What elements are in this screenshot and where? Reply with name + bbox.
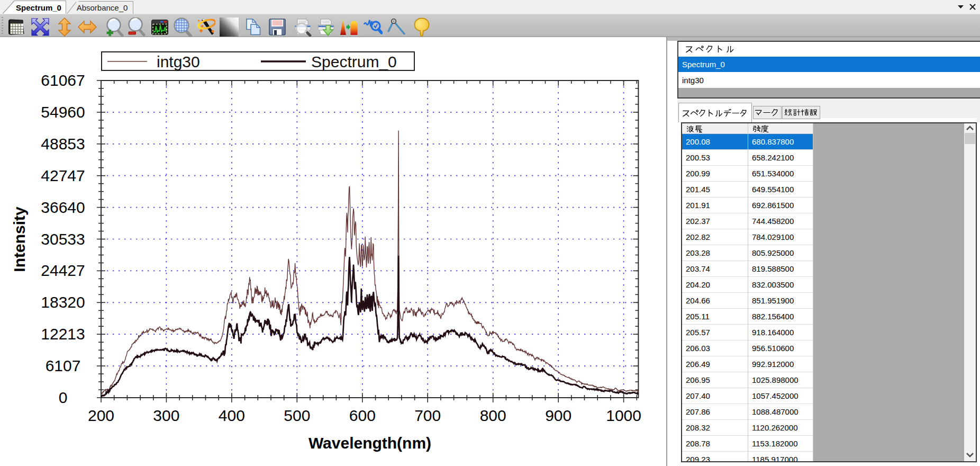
svg-text:800: 800 [480,407,506,424]
svg-text:400: 400 [219,407,245,424]
svg-text:500: 500 [284,407,310,424]
svg-text:18320: 18320 [41,293,85,311]
svg-text:48853: 48853 [41,135,85,153]
svg-text:42747: 42747 [41,167,85,184]
svg-text:0: 0 [59,389,68,406]
svg-text:24427: 24427 [41,262,85,279]
svg-text:54960: 54960 [41,103,85,121]
svg-text:36640: 36640 [41,199,85,216]
svg-text:600: 600 [349,407,376,424]
svg-text:12213: 12213 [41,325,85,343]
svg-text:1000: 1000 [606,407,641,424]
svg-text:900: 900 [545,407,571,424]
svg-text:intg30: intg30 [157,53,200,70]
svg-text:Spectrum_0: Spectrum_0 [311,53,397,70]
svg-text:200: 200 [88,407,114,424]
svg-text:300: 300 [153,407,179,424]
svg-text:61067: 61067 [41,71,85,89]
svg-text:Intensity: Intensity [11,207,28,272]
svg-text:Wavelength(nm): Wavelength(nm) [308,434,431,452]
svg-text:700: 700 [414,407,441,424]
svg-text:6107: 6107 [46,357,81,374]
svg-text:30533: 30533 [41,230,85,248]
